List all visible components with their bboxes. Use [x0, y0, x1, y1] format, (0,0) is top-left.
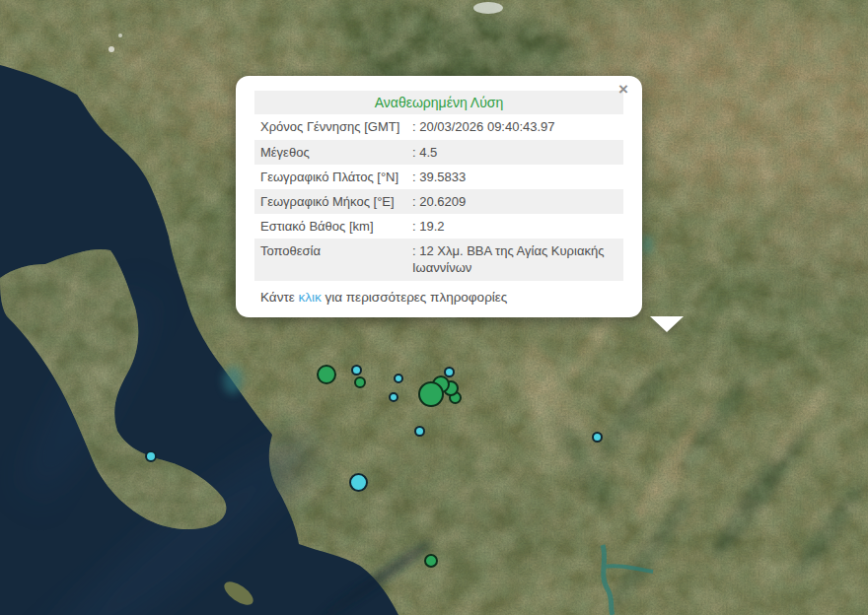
footer-text-suffix: για περισσότερες πληροφορίες — [322, 290, 508, 305]
earthquake-popup: × Αναθεωρημένη Λύση Χρόνος Γέννησης [GMT… — [236, 76, 642, 317]
earthquake-marker-green[interactable] — [317, 365, 336, 384]
row-value: : 12 Χλμ. ΒΒΑ της Αγίας Κυριακής Ιωαννίν… — [406, 239, 623, 280]
popup-table: Χρόνος Γέννησης [GMT]: 20/03/2026 09:40:… — [254, 114, 623, 280]
popup-row: Χρόνος Γέννησης [GMT]: 20/03/2026 09:40:… — [254, 114, 623, 139]
earthquake-marker-cyan[interactable] — [394, 374, 403, 383]
popup-row: Μέγεθος: 4.5 — [254, 140, 623, 165]
earthquake-marker-cyan[interactable] — [351, 365, 362, 376]
earthquake-marker-cyan[interactable] — [349, 473, 368, 492]
row-label: Γεωγραφικό Πλάτος [°N] — [254, 165, 406, 189]
more-info-link[interactable]: κλικ — [299, 290, 322, 305]
row-label: Χρόνος Γέννησης [GMT] — [254, 114, 406, 139]
popup-title: Αναθεωρημένη Λύση — [254, 91, 623, 114]
row-label: Μέγεθος — [254, 140, 406, 165]
row-label: Γεωγραφικό Μήκος [°E] — [254, 189, 406, 214]
earthquake-marker-green[interactable] — [418, 381, 444, 407]
popup-close-button[interactable]: × — [615, 81, 632, 99]
earthquake-marker-cyan[interactable] — [414, 426, 425, 437]
earthquake-marker-cyan[interactable] — [145, 450, 157, 462]
earthquake-marker-cyan[interactable] — [389, 392, 398, 402]
popup-footer: Κάντε κλικ για περισσότερες πληροφορίες — [260, 289, 617, 307]
popup-row: Γεωγραφικό Πλάτος [°N]: 39.5833 — [254, 165, 623, 189]
popup-row: Εστιακό Βάθος [km]: 19.2 — [254, 214, 623, 239]
popup-row: Τοποθεσία: 12 Χλμ. ΒΒΑ της Αγίας Κυριακή… — [254, 239, 623, 280]
map-application: × Αναθεωρημένη Λύση Χρόνος Γέννησης [GMT… — [0, 0, 868, 615]
row-value: : 20.6209 — [406, 189, 623, 214]
row-label: Εστιακό Βάθος [km] — [254, 214, 406, 239]
row-value: : 4.5 — [406, 140, 623, 165]
row-value: : 19.2 — [406, 214, 623, 239]
row-label: Τοποθεσία — [254, 239, 406, 280]
footer-text-prefix: Κάντε — [260, 290, 299, 305]
popup-arrow — [650, 316, 684, 332]
row-value: : 20/03/2026 09:40:43.97 — [406, 114, 623, 139]
popup-row: Γεωγραφικό Μήκος [°E]: 20.6209 — [254, 189, 623, 214]
row-value: : 39.5833 — [406, 165, 623, 189]
earthquake-marker-cyan[interactable] — [444, 367, 455, 377]
earthquake-marker-green[interactable] — [424, 554, 438, 568]
earthquake-marker-green[interactable] — [354, 376, 366, 388]
earthquake-marker-cyan[interactable] — [592, 432, 603, 443]
